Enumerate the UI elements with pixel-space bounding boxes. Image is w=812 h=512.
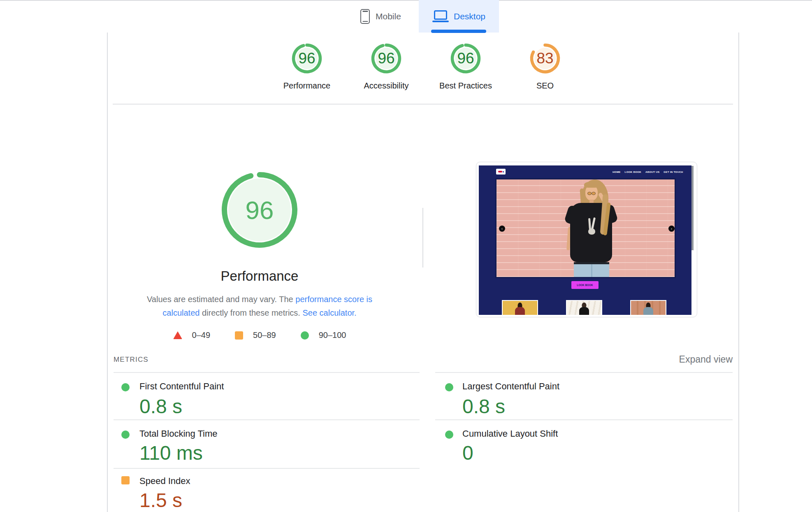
site-product-card [630, 300, 666, 315]
metric-row-divider [114, 372, 420, 373]
category-score-value: 96 [370, 42, 403, 75]
site-nav-link: LOOK BOOK [625, 170, 641, 173]
expand-view-button[interactable]: Expand view [650, 354, 733, 365]
performance-score-value: 96 [218, 169, 301, 251]
category-label: Performance [266, 81, 348, 91]
category-gauge-performance[interactable]: 96 [290, 42, 323, 75]
site-nav-link: GET IN TOUCH [664, 170, 683, 173]
carousel-next-icon: › [668, 226, 675, 232]
average-metric-icon [121, 476, 130, 484]
site-logo [496, 169, 506, 175]
score-legend: 0–49 50–89 90–100 [136, 330, 383, 340]
metric-value: 0 [462, 442, 473, 464]
poor-range-icon [173, 331, 182, 339]
metric-row-divider [114, 419, 420, 420]
site-nav-link: ABOUT US [645, 170, 659, 173]
category-score-value: 96 [449, 42, 482, 75]
mobile-phone-icon [360, 9, 370, 24]
metric-name: Total Blocking Time [139, 428, 218, 439]
metric-row-divider [114, 468, 420, 469]
category-score-value: 96 [290, 42, 323, 75]
legend-range-label: 50–89 [253, 330, 276, 340]
performance-score-gauge: 96 [218, 169, 301, 251]
performance-description: Values are estimated and may vary. The p… [136, 293, 383, 319]
metric-value: 0.8 s [139, 395, 182, 418]
active-tab-indicator [431, 30, 486, 33]
summary-divider [113, 104, 733, 105]
good-range-icon [301, 331, 309, 340]
card-left-border [107, 33, 108, 512]
see-calculator-link[interactable]: See calculator. [302, 308, 356, 317]
good-metric-icon [121, 383, 130, 391]
category-gauge-accessibility[interactable]: 96 [370, 42, 403, 75]
category-label: SEO [504, 81, 586, 91]
category-label: Accessibility [345, 81, 427, 91]
metric-name: Largest Contentful Paint [462, 381, 559, 392]
category-score-value: 83 [529, 42, 561, 75]
metric-name: Cumulative Layout Shift [462, 428, 558, 439]
legend-item-average: 50–89 [235, 330, 276, 340]
desc-text-2: directly from these metrics. [200, 308, 302, 317]
site-nav: HOME LOOK BOOK ABOUT US GET IN TOUCH [613, 170, 683, 173]
good-metric-icon [445, 431, 453, 439]
metric-value: 110 ms [139, 442, 203, 464]
legend-item-poor: 0–49 [173, 330, 211, 340]
site-nav-link: HOME [613, 170, 621, 173]
tab-desktop[interactable]: Desktop [419, 0, 499, 33]
column-divider [422, 208, 423, 268]
metric-value: 1.5 s [139, 489, 182, 512]
category-gauge-seo[interactable]: 83 [529, 42, 561, 75]
site-cta-label: LOOK BOOK [577, 284, 593, 286]
site-product-card [566, 300, 602, 315]
site-product-card [502, 300, 538, 315]
metrics-heading: METRICS [114, 356, 148, 364]
metric-row-divider [435, 419, 733, 420]
desc-text-1: Values are estimated and may vary. The [147, 295, 295, 304]
tab-mobile-label: Mobile [376, 12, 401, 21]
category-label: Best Practices [425, 81, 507, 91]
site-scrollbar [691, 166, 694, 250]
site-screenshot: HOME LOOK BOOK ABOUT US GET IN TOUCH ‹ ›… [479, 165, 691, 315]
tab-mobile[interactable]: Mobile [360, 0, 414, 33]
carousel-prev-icon: ‹ [499, 226, 505, 232]
average-range-icon [235, 331, 243, 340]
metric-name: First Contentful Paint [139, 381, 224, 392]
metric-name: Speed Index [139, 476, 190, 486]
category-gauge-best-practices[interactable]: 96 [449, 42, 482, 75]
desktop-laptop-icon [432, 10, 449, 23]
legend-item-good: 90–100 [301, 330, 346, 340]
site-hero-image: ‹ › [495, 178, 676, 278]
card-right-border [738, 33, 739, 512]
legend-range-label: 90–100 [319, 330, 346, 340]
metric-row-divider [435, 372, 733, 373]
legend-range-label: 0–49 [192, 330, 211, 340]
site-cta-button: LOOK BOOK [571, 281, 599, 289]
metric-value: 0.8 s [462, 395, 505, 418]
good-metric-icon [445, 383, 453, 391]
good-metric-icon [121, 431, 130, 439]
performance-section-title: Performance [136, 268, 383, 284]
tab-desktop-label: Desktop [454, 12, 485, 21]
